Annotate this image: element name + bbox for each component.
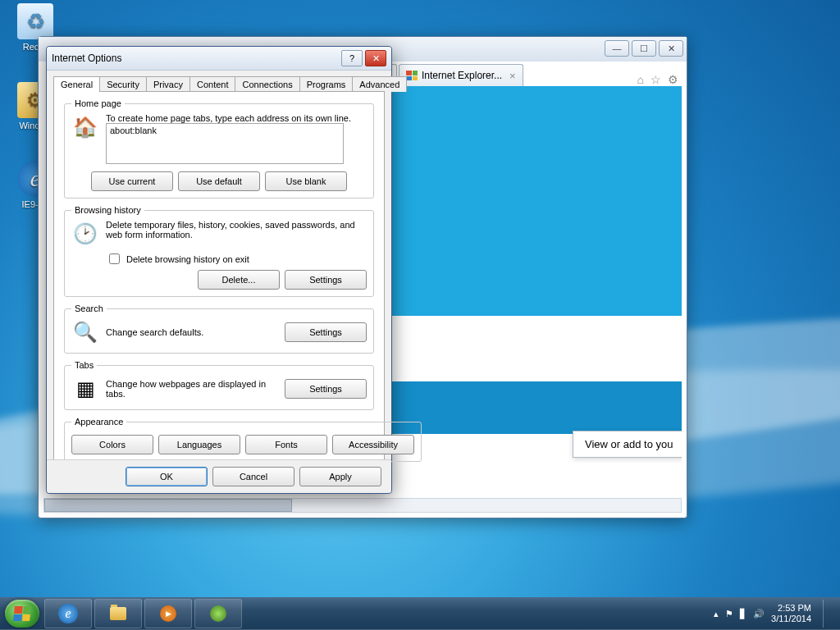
- horizontal-scrollbar[interactable]: [43, 498, 682, 513]
- fonts-button[interactable]: Fonts: [245, 435, 327, 454]
- help-button[interactable]: ?: [341, 50, 363, 66]
- close-button[interactable]: ✕: [365, 50, 386, 66]
- legend-search: Search: [71, 304, 107, 313]
- home-page-input[interactable]: about:blank: [106, 123, 344, 164]
- group-search: Search 🔍 Change search defaults. Setting…: [64, 304, 374, 354]
- dialog-title: Internet Options: [52, 52, 339, 64]
- tab-advanced[interactable]: Advanced: [352, 76, 407, 92]
- volume-icon[interactable]: 🔊: [753, 609, 765, 619]
- clock-date: 3/11/2014: [771, 614, 811, 624]
- folder-icon: [110, 607, 126, 620]
- home-icon: 🏠: [71, 113, 99, 141]
- search-settings-button[interactable]: Settings: [285, 322, 367, 342]
- accessibility-button[interactable]: Accessibility: [332, 435, 414, 454]
- dialog-titlebar[interactable]: Internet Options ? ✕: [47, 47, 391, 71]
- media-player-icon: [160, 605, 176, 622]
- show-desktop-button[interactable]: [823, 600, 832, 628]
- close-button[interactable]: ✕: [659, 40, 683, 57]
- tab-connections[interactable]: Connections: [235, 76, 299, 92]
- start-button[interactable]: [5, 600, 39, 628]
- group-tabs: Tabs ▦ Change how webpages are displayed…: [64, 360, 374, 410]
- tray-chevron-icon[interactable]: ▴: [714, 609, 719, 619]
- maximize-button[interactable]: ☐: [632, 40, 656, 57]
- home-icon[interactable]: ⌂: [637, 73, 644, 86]
- minimize-button[interactable]: —: [605, 40, 629, 57]
- use-current-button[interactable]: Use current: [91, 171, 173, 191]
- history-settings-button[interactable]: Settings: [285, 270, 367, 290]
- delete-history-button[interactable]: Delete...: [198, 270, 280, 290]
- dialog-tab-body: Home page 🏠 To create home page tabs, ty…: [53, 91, 385, 470]
- dialog-footer: OK Cancel Apply: [47, 459, 391, 493]
- browser-tab[interactable]: Internet Explorer... ×: [399, 64, 523, 86]
- tab-general[interactable]: General: [53, 76, 100, 92]
- recycle-bin-icon: [17, 3, 53, 39]
- taskbar: e ▴ ⚑ ▋ 🔊 2:53 PM 3/11/2014: [0, 597, 840, 630]
- group-home-page: Home page 🏠 To create home page tabs, ty…: [64, 98, 374, 199]
- group-appearance: Appearance Colors Languages Fonts Access…: [64, 417, 422, 462]
- internet-options-dialog: Internet Options ? ✕ General Security Pr…: [46, 46, 392, 494]
- dialog-tabs: General Security Privacy Content Connect…: [47, 71, 391, 91]
- legend-tabs: Tabs: [71, 360, 97, 370]
- tab-security[interactable]: Security: [99, 76, 147, 92]
- use-default-button[interactable]: Use default: [178, 171, 260, 191]
- tab-close-icon[interactable]: ×: [509, 70, 516, 82]
- tab-content[interactable]: Content: [189, 76, 236, 92]
- callout-view-add[interactable]: View or add to you: [573, 431, 682, 458]
- group-browsing-history: Browsing history 🕑 Delete temporary file…: [64, 205, 374, 297]
- battery-icon[interactable]: ▋: [740, 609, 746, 619]
- legend-appearance: Appearance: [71, 417, 126, 427]
- legend-browsing-history: Browsing history: [71, 205, 144, 215]
- tab-programs[interactable]: Programs: [299, 76, 354, 92]
- taskbar-media-player[interactable]: [144, 599, 192, 628]
- taskbar-app[interactable]: [194, 599, 242, 628]
- scrollbar-thumb[interactable]: [44, 499, 292, 512]
- tab-label: Internet Explorer...: [422, 70, 502, 81]
- tools-icon[interactable]: ⚙: [668, 73, 678, 86]
- languages-button[interactable]: Languages: [158, 435, 240, 454]
- tabs-hint: Change how webpages are displayed in tab…: [106, 379, 278, 399]
- taskbar-ie[interactable]: e: [44, 599, 92, 628]
- ok-button[interactable]: OK: [126, 467, 208, 486]
- search-icon: 🔍: [71, 318, 99, 346]
- action-center-icon[interactable]: ⚑: [725, 609, 733, 619]
- tabs-settings-button[interactable]: Settings: [285, 379, 367, 399]
- colors-button[interactable]: Colors: [71, 435, 153, 454]
- delete-on-exit-checkbox[interactable]: Delete browsing history on exit: [106, 251, 367, 267]
- clock-time: 2:53 PM: [771, 603, 811, 614]
- app-icon: [210, 605, 226, 622]
- use-blank-button[interactable]: Use blank: [265, 171, 347, 191]
- tab-privacy[interactable]: Privacy: [146, 76, 190, 92]
- apply-button[interactable]: Apply: [299, 467, 381, 486]
- taskbar-clock[interactable]: 2:53 PM 3/11/2014: [771, 603, 811, 624]
- taskbar-explorer[interactable]: [94, 599, 142, 628]
- history-icon: 🕑: [71, 220, 99, 248]
- windows-logo-icon: [13, 606, 31, 621]
- history-hint: Delete temporary files, history, cookies…: [106, 220, 367, 240]
- home-page-hint: To create home page tabs, type each addr…: [106, 113, 367, 123]
- favorites-icon[interactable]: ☆: [651, 73, 661, 86]
- legend-home-page: Home page: [71, 98, 125, 108]
- search-hint: Change search defaults.: [106, 327, 278, 337]
- windows-icon: [406, 71, 418, 80]
- system-tray: ▴ ⚑ ▋ 🔊 2:53 PM 3/11/2014: [714, 600, 835, 628]
- tabs-icon: ▦: [71, 375, 99, 403]
- cancel-button[interactable]: Cancel: [212, 467, 294, 486]
